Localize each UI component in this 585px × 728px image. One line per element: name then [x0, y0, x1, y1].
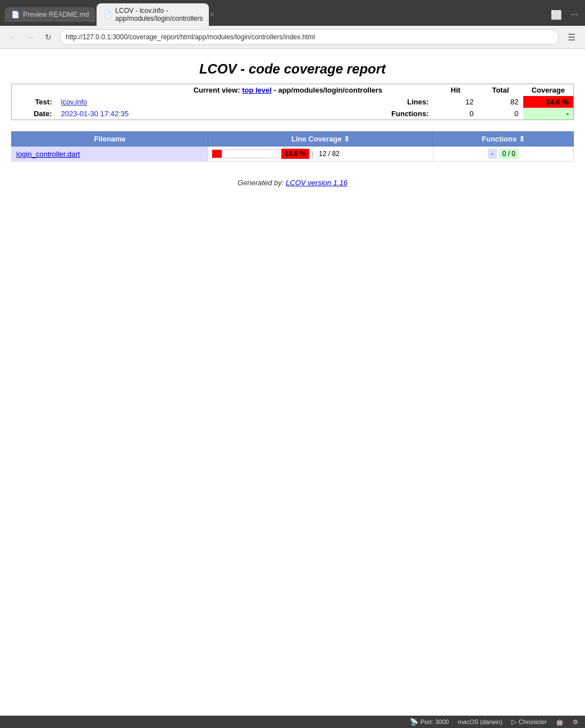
test-label: Test:	[12, 96, 57, 108]
date-row: Date: 2023-01-30 17:42:35 Functions: 0 0…	[12, 108, 574, 120]
lines-hit: 12	[433, 96, 478, 108]
col-filename-header: Filename	[12, 132, 208, 146]
data-table-header-row: Filename Line Coverage ⇕ Functions ⇕	[12, 132, 574, 146]
lcov-container: LCOV - code coverage report Current view…	[0, 49, 585, 198]
browser-chrome: 📄 Preview README.md 📄 LCOV - lcov.info -…	[0, 0, 585, 49]
status-settings[interactable]: ⚙	[573, 718, 578, 726]
generated-line: Generated by: LCOV version 1.16	[11, 173, 574, 193]
lines-label: Lines:	[387, 96, 433, 108]
date-value: 2023-01-30 17:42:35	[57, 108, 387, 120]
agent-icon: 🤖	[556, 718, 564, 726]
status-port: 📡 Port: 3000	[410, 718, 449, 726]
browser-controls: ← → ↻ ☰	[0, 26, 585, 49]
current-view-label: Current view: top level - app/modules/lo…	[12, 84, 387, 97]
status-os: macOS (darwin)	[458, 718, 502, 725]
tab-bar: 📄 Preview README.md 📄 LCOV - lcov.info -…	[0, 0, 585, 26]
test-link[interactable]: lcov.info	[61, 98, 88, 106]
tab-preview-readme[interactable]: 📄 Preview README.md	[4, 7, 95, 22]
chronicler-button[interactable]: ▷ Chronicler	[511, 718, 547, 726]
func-dash: -	[488, 149, 497, 159]
filename-cell: login_controller.dart	[12, 146, 208, 162]
date-label: Date:	[12, 108, 57, 120]
status-bar: 📡 Port: 3000 macOS (darwin) ▷ Chronicler…	[0, 716, 585, 728]
info-table: Current view: top level - app/modules/lo…	[11, 84, 574, 120]
page-content: LCOV - code coverage report Current view…	[0, 49, 585, 728]
port-label: Port: 3000	[421, 718, 449, 725]
col-coverage-header: Coverage	[523, 84, 574, 97]
lines-total: 82	[478, 96, 523, 108]
data-table: Filename Line Coverage ⇕ Functions ⇕ log…	[11, 131, 574, 162]
lines-coverage: 14.6 %	[523, 96, 574, 108]
tab-label-2: LCOV - lcov.info - app/modules/login/con…	[115, 7, 203, 22]
page-title: LCOV - code coverage report	[11, 54, 574, 84]
header-row: Current view: top level - app/modules/lo…	[12, 84, 574, 97]
tab-menu-icon[interactable]: ···	[569, 7, 581, 22]
tab-layout-icon[interactable]: ⬜	[549, 7, 564, 22]
tab-label-1: Preview README.md	[23, 11, 89, 19]
tab-icon-2: 📄	[103, 11, 112, 19]
col-total-header: Total	[478, 84, 523, 97]
generated-link[interactable]: LCOV version 1.16	[286, 178, 348, 187]
forward-button[interactable]: →	[24, 30, 37, 44]
col-line-coverage-header: Line Coverage ⇕	[208, 132, 433, 146]
browser-menu-button[interactable]: ☰	[564, 29, 579, 45]
functions-label: Functions:	[387, 108, 433, 120]
reload-button[interactable]: ↻	[42, 30, 55, 44]
url-bar[interactable]	[60, 29, 559, 45]
col-functions-header: Functions ⇕	[433, 132, 573, 146]
functions-total: 0	[478, 108, 523, 120]
pct-label: 14.6 %	[281, 149, 309, 159]
top-level-link[interactable]: top level	[242, 86, 272, 94]
chronicler-icon: ▷	[511, 718, 517, 726]
functions-coverage: -	[523, 108, 574, 120]
tab-extras: ⬜ ···	[549, 7, 581, 22]
functions-hit: 0	[433, 108, 478, 120]
chronicler-label: Chronicler	[519, 718, 547, 725]
table-row: login_controller.dart 14.6 % | 12 / 82	[12, 146, 574, 162]
func-ratio: 0 / 0	[499, 149, 519, 159]
functions-cell: - 0 / 0	[433, 146, 573, 162]
test-row: Test: lcov.info Lines: 12 82 14.6 %	[12, 96, 574, 108]
tab-lcov[interactable]: 📄 LCOV - lcov.info - app/modules/login/c…	[97, 3, 209, 26]
generated-text: Generated by:	[237, 178, 286, 187]
current-view-label-text: Current view:	[193, 86, 240, 94]
current-view-path: - app/modules/login/controllers	[272, 86, 382, 94]
status-agent[interactable]: 🤖	[556, 718, 564, 726]
settings-icon: ⚙	[573, 718, 578, 726]
back-button[interactable]: ←	[6, 30, 19, 44]
ratio-cell: 12 / 82	[316, 149, 343, 159]
line-coverage-cell: 14.6 % | 12 / 82	[208, 146, 433, 162]
col-hit-header: Hit	[433, 84, 478, 97]
tab-icon-1: 📄	[11, 11, 20, 19]
os-label: macOS (darwin)	[458, 718, 502, 725]
divider: |	[312, 150, 313, 158]
filename-link[interactable]: login_controller.dart	[16, 150, 80, 158]
tab-close-button[interactable]: ✕	[209, 11, 214, 19]
test-value: lcov.info	[57, 96, 387, 108]
port-icon: 📡	[410, 718, 418, 726]
